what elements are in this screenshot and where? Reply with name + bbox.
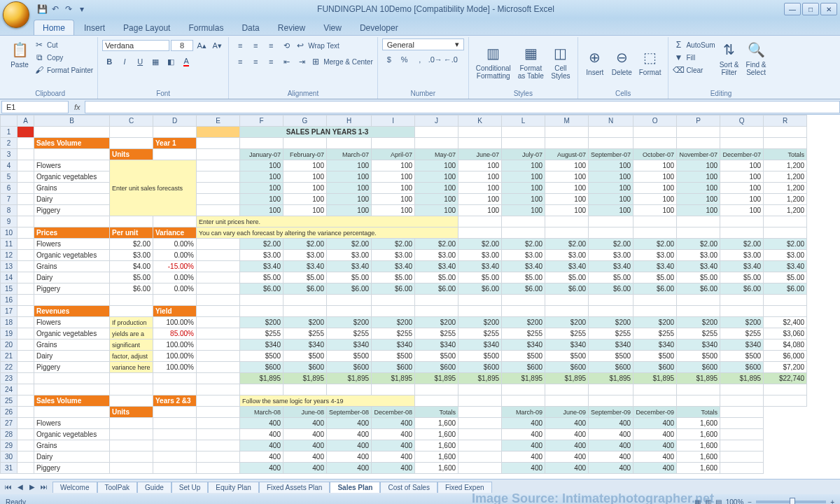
cell[interactable]: 1,200 [764,194,807,205]
cell[interactable]: 100 [720,183,764,194]
percent-icon[interactable]: % [398,52,412,66]
cell[interactable]: 100 [327,194,372,205]
cell[interactable] [197,396,240,407]
cell[interactable]: $2.00 [720,239,764,250]
cell[interactable] [18,261,34,272]
cell[interactable] [458,407,502,418]
cell[interactable]: $500 [284,351,327,362]
cell[interactable]: $600 [502,362,545,373]
view-pagebreak-icon[interactable]: ▤ [715,498,722,505]
cell[interactable]: $500 [545,351,589,362]
cell[interactable] [197,272,240,284]
cell[interactable] [197,407,240,418]
col-header[interactable]: 21 [1,351,18,362]
cell[interactable] [458,384,502,396]
cell[interactable] [589,396,634,407]
cell[interactable] [240,138,284,149]
cell[interactable]: 100 [284,183,327,194]
col-header[interactable]: N [589,115,634,127]
cell[interactable]: $7,200 [764,362,807,373]
cell[interactable]: Organic vegetables [34,429,110,440]
cell[interactable]: You can vary each forecast by altering t… [197,227,458,239]
cell[interactable] [589,216,634,227]
cell[interactable] [153,216,197,227]
cell[interactable]: If production [110,317,153,328]
cell[interactable] [18,216,34,227]
cell[interactable]: 1,600 [677,440,720,451]
col-header[interactable]: F [240,115,284,127]
cell[interactable]: Per unit [110,227,153,239]
cell[interactable] [677,396,720,407]
cell[interactable]: $600 [240,362,284,373]
cell[interactable] [18,160,34,172]
cell[interactable]: $200 [545,317,589,328]
cell[interactable]: $22,740 [764,373,807,384]
cell[interactable] [720,429,764,440]
cell[interactable]: 1,200 [764,160,807,172]
cell[interactable]: 100 [415,183,458,194]
name-box[interactable]: E1 [1,101,69,113]
conditional-formatting-button[interactable]: ▥Conditional Formatting [473,42,514,81]
fill-button[interactable]: ▼Fill [673,51,715,64]
cell[interactable]: $6.00 [764,284,807,295]
cell[interactable] [110,373,153,384]
cell[interactable]: $3.40 [284,261,327,272]
sheet-tab[interactable]: Welcome [52,482,97,493]
cell[interactable]: variance here [110,362,153,373]
cell[interactable]: $5.00 [284,272,327,284]
cell[interactable] [458,138,502,149]
col-header[interactable]: 6 [1,183,18,194]
col-header[interactable]: 30 [1,451,18,463]
cell[interactable]: 100 [677,205,720,216]
cell[interactable] [720,418,764,429]
cell[interactable]: 100 [720,194,764,205]
cell[interactable]: 1,600 [415,418,458,429]
bold-button[interactable]: B [102,55,116,69]
cell[interactable] [197,373,240,384]
tab-home[interactable]: Home [34,20,74,35]
cell[interactable]: $5.00 [502,272,545,284]
sheet-tab[interactable]: Sales Plan [330,482,380,493]
cell[interactable] [110,138,153,149]
cut-button[interactable]: ✂Cut [34,38,93,51]
cell[interactable] [415,127,458,138]
cell[interactable]: 400 [502,440,545,451]
cell[interactable] [589,384,634,396]
cell[interactable]: $6.00 [634,284,677,295]
cell[interactable]: $3.40 [372,261,415,272]
col-header[interactable]: 4 [1,160,18,172]
cell[interactable]: $6.00 [502,284,545,295]
col-header[interactable]: 17 [1,306,18,317]
cell[interactable]: $200 [720,317,764,328]
cell[interactable]: $500 [240,351,284,362]
col-header[interactable]: 13 [1,261,18,272]
cell[interactable]: $1,895 [327,373,372,384]
cell[interactable] [34,295,110,306]
decrease-indent-icon[interactable]: ⇤ [279,55,293,69]
cell[interactable]: $2.00 [110,239,153,250]
cell[interactable]: December-08 [372,407,415,418]
cell[interactable]: 100 [458,183,502,194]
cell[interactable] [327,295,372,306]
cell[interactable]: $1,895 [458,373,502,384]
col-header[interactable]: M [545,115,589,127]
cell[interactable]: $255 [327,328,372,340]
cell[interactable] [720,396,764,407]
cell[interactable]: 1,600 [677,429,720,440]
cell[interactable] [764,127,807,138]
cell[interactable] [502,216,545,227]
increase-indent-icon[interactable]: ⇥ [295,55,309,69]
col-header[interactable]: R [764,115,807,127]
cell[interactable]: $6.00 [110,284,153,295]
cell[interactable] [545,138,589,149]
cell[interactable] [34,373,110,384]
sheet-tab[interactable]: Fixed Assets Plan [259,482,330,493]
cell[interactable]: December-07 [720,149,764,160]
cell[interactable] [677,227,720,239]
cell[interactable]: $340 [372,340,415,351]
cell[interactable]: $2.00 [458,239,502,250]
cell[interactable] [197,205,240,216]
cell[interactable]: 100 [720,205,764,216]
cell[interactable]: $340 [284,340,327,351]
col-header[interactable]: 18 [1,317,18,328]
